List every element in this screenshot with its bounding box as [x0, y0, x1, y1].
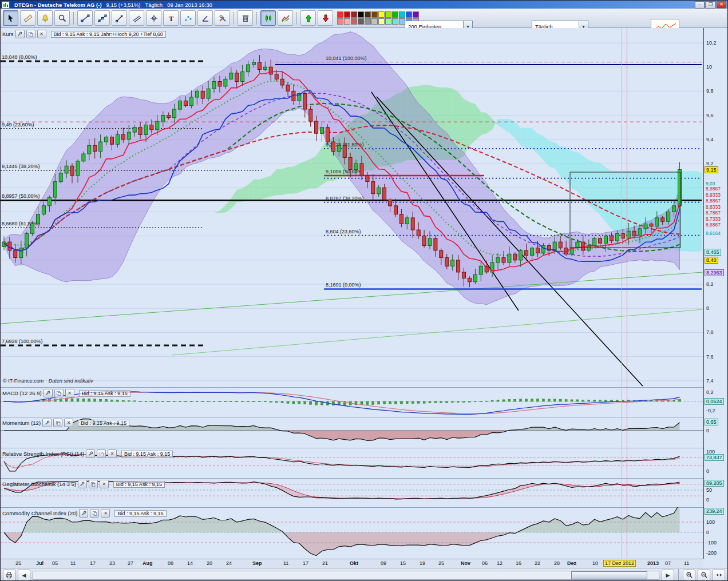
price-tick: 8,2 [706, 281, 714, 287]
palette-color-swatch[interactable] [358, 11, 364, 18]
zoom-out-button[interactable] [698, 570, 710, 581]
palette-color-swatch[interactable] [337, 11, 343, 18]
palette-color-swatch[interactable] [371, 18, 378, 25]
zoom-in-button[interactable] [683, 570, 695, 581]
price-mark: 8,8333 [706, 204, 721, 210]
palette-color-swatch[interactable] [385, 11, 391, 18]
palette-color-swatch[interactable] [358, 18, 364, 25]
panel-header-kurs: Kurs✕Bid : 9,15 Ask : 9,15 Jahr:+Hoch 9,… [2, 30, 166, 38]
app-icon [2, 1, 10, 9]
panel-settings-button[interactable] [15, 30, 25, 38]
indicator-value-badge: 89,205 [705, 480, 724, 487]
panel-copy-button[interactable] [90, 509, 99, 518]
panel-copy-button[interactable] [54, 389, 64, 397]
candlestick-view-button[interactable] [260, 10, 276, 26]
main-price-chart[interactable]: 10,048 (0,00%)9,49 (23,60%)9,1446 (38,20… [1, 28, 703, 387]
ruler-tool-button[interactable] [20, 10, 35, 26]
crosshair-tool-button[interactable] [146, 10, 161, 26]
palette-color-swatch[interactable] [337, 18, 343, 25]
alarm-tool-button[interactable] [37, 10, 53, 26]
palette-color-swatch[interactable] [344, 18, 350, 25]
palette-color-swatch[interactable] [413, 11, 419, 18]
palette-color-swatch[interactable] [378, 11, 385, 18]
palette-color-swatch[interactable] [378, 18, 385, 25]
palette-color-swatch[interactable] [351, 11, 357, 18]
panel-copy-button[interactable] [26, 30, 35, 38]
panel-close-button[interactable]: ✕ [108, 449, 117, 458]
indicator-tick: 0 [706, 497, 709, 503]
panel-close-button[interactable]: ✕ [101, 509, 110, 518]
trendline-tool-button[interactable] [77, 10, 93, 26]
indicator-value-badge: 0,65 [705, 419, 718, 425]
indicator-value-badge: 0,0524 [705, 398, 724, 405]
segment-tool-button[interactable] [94, 10, 110, 26]
buy-arrow-button[interactable] [300, 10, 316, 26]
text-tool-button[interactable]: T [163, 10, 179, 26]
palette-color-swatch[interactable] [365, 11, 371, 18]
bid-ask-quote: Bid : 9,15 Ask : 9,15 [121, 451, 173, 457]
time-label: Jul [36, 560, 43, 566]
angle-tool-icon [201, 14, 210, 23]
panel-settings-button[interactable] [79, 509, 88, 518]
panel-settings-button[interactable] [43, 389, 53, 397]
ray-tool-button[interactable] [112, 10, 127, 26]
panel-copy-button[interactable] [97, 449, 106, 458]
restore-button[interactable]: ❐ [706, 1, 715, 9]
scatter-tool-button[interactable] [180, 10, 196, 26]
price-tick: 10 [706, 64, 712, 70]
mountain-view-button[interactable] [278, 10, 293, 26]
close-button[interactable]: ✕ [717, 1, 726, 9]
time-label: Nov [461, 560, 470, 566]
palette-color-swatch[interactable] [392, 11, 398, 18]
price-tick: 7,8 [706, 329, 714, 335]
palette-color-swatch[interactable] [385, 18, 391, 25]
scrollbar-thumb[interactable] [571, 571, 647, 579]
minimize-button[interactable]: – [695, 1, 705, 9]
palette-color-swatch[interactable] [392, 18, 398, 25]
palette-color-swatch[interactable] [351, 18, 357, 25]
panel-close-button[interactable]: ✕ [65, 389, 74, 397]
indicator-tick: 0,2 [706, 389, 714, 395]
price-mark: 8,8867 [706, 198, 721, 204]
settings-tool-button[interactable] [215, 10, 230, 26]
time-label: 06 [482, 560, 488, 566]
panel-copy-button[interactable] [89, 480, 98, 488]
panel-header-indicator-5: Commodity Channel Index (20)✕Bid : 9,15 … [2, 509, 167, 518]
pointer-tool-button[interactable] [3, 10, 18, 26]
time-label: 19 [420, 560, 425, 566]
panel-close-button[interactable]: ✕ [100, 480, 109, 488]
panel-close-button[interactable]: ✕ [37, 30, 46, 38]
palette-color-swatch[interactable] [344, 11, 350, 18]
price-axis[interactable]: 10,2109,89,69,49,28,287,87,67,49,159,038… [703, 28, 728, 559]
time-axis[interactable]: 25Jul0511172327Aug08142024Sep111721Okt09… [1, 559, 703, 568]
zoom-tool-button[interactable] [54, 10, 70, 26]
chart-scrollbar[interactable] [33, 571, 659, 580]
scroll-right-button[interactable]: ▶ [662, 570, 674, 581]
palette-color-swatch[interactable] [406, 11, 412, 18]
time-label: 15 [400, 560, 406, 566]
parallel-lines-tool-button[interactable] [129, 10, 144, 26]
time-label: 07 [665, 560, 671, 566]
time-label: Sep [252, 560, 262, 566]
palette-color-swatch[interactable] [399, 11, 405, 18]
panel-copy-button[interactable] [53, 419, 62, 427]
delete-tool-button[interactable] [238, 10, 253, 26]
time-label: Aug [143, 560, 153, 566]
print-button[interactable] [3, 570, 15, 581]
palette-color-swatch[interactable] [371, 11, 378, 18]
fit-chart-button[interactable] [713, 570, 725, 581]
sell-arrow-button[interactable] [318, 10, 333, 26]
panel-settings-button[interactable] [42, 419, 52, 427]
crosshair-tool-icon [149, 14, 159, 23]
panel-settings-button[interactable] [86, 449, 95, 458]
panel-settings-button[interactable] [78, 480, 87, 488]
panel-close-button[interactable]: ✕ [64, 419, 73, 427]
main-toolbar: T 200 Einheiten ▼ Täglich ▼ [1, 9, 727, 28]
time-label: 16 [516, 560, 521, 566]
price-mark: 9,15 [705, 166, 718, 173]
scroll-left-button[interactable]: ◀ [18, 570, 30, 581]
panel-title: Kurs [2, 31, 14, 37]
svg-text:9,1446 (38,20%): 9,1446 (38,20%) [2, 164, 40, 169]
angle-tool-button[interactable] [197, 10, 213, 26]
palette-color-swatch[interactable] [365, 18, 371, 25]
